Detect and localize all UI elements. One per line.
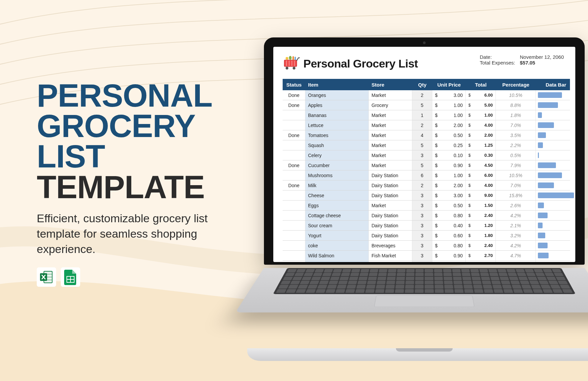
cell-store: Market [369, 150, 412, 160]
cell-qty: 1 [412, 110, 432, 120]
cell-item: Bananas [305, 110, 369, 120]
cell-unit-price: $1.00 [432, 100, 466, 110]
hero-headline: PERSONAL GROCERY LIST TEMPLATE [37, 80, 264, 202]
cell-qty: 2 [412, 180, 432, 190]
cell-unit-price: $0.40 [432, 221, 466, 230]
cell-item: Milk [305, 180, 369, 190]
cell-percentage: 4.2% [496, 241, 536, 250]
total-expenses-label: Total Expenses: [480, 60, 520, 66]
cell-total: $1.20 [466, 221, 496, 230]
cell-percentage: 15.8% [496, 190, 536, 200]
cell-qty: 3 [412, 190, 432, 200]
cell-qty: 3 [412, 201, 432, 210]
cell-store: Market [369, 110, 412, 120]
cell-percentage: 10.5% [496, 90, 536, 100]
table-row: CeleryMarket3$0.10$0.300.5% [283, 150, 570, 160]
cell-data-bar [536, 150, 575, 160]
cell-store: Dairy Station [369, 170, 412, 180]
headline-line-1: PERSONAL [37, 80, 264, 111]
cell-unit-price: $3.00 [432, 90, 466, 100]
cell-item: Yogurt [305, 231, 369, 240]
table-row: DoneAlaskan King Crab LegsFish Market1$2… [283, 261, 570, 262]
cell-data-bar [536, 140, 575, 150]
cell-status [283, 120, 305, 130]
cell-store: Dairy Station [369, 180, 412, 190]
cell-total: $1.00 [466, 110, 496, 120]
cell-unit-price: $0.60 [432, 231, 466, 240]
svg-rect-8 [284, 60, 297, 67]
cell-qty: 3 [412, 221, 432, 230]
cell-percentage: 1.8% [496, 110, 536, 120]
cell-store: Grocery [369, 100, 412, 110]
cell-data-bar [536, 261, 575, 262]
hero-copy: PERSONAL GROCERY LIST TEMPLATE Efficient… [37, 80, 264, 257]
excel-icon [37, 267, 56, 287]
table-row: LettuceMarket2$2.00$4.007.0% [283, 120, 570, 130]
cell-total: $4.50 [466, 160, 496, 170]
cell-total: $2.40 [466, 211, 496, 220]
cell-item: Tomatoes [305, 130, 369, 140]
cell-total: $4.00 [466, 120, 496, 130]
cell-qty: 3 [412, 150, 432, 160]
table-row: DoneTomatoesMarket4$0.50$2.003.5% [283, 130, 570, 140]
cell-store: Market [369, 140, 412, 150]
table-header: Status Item Store Qty Unit Price Total P… [283, 79, 570, 90]
cell-total: $2.00 [466, 261, 496, 262]
cell-unit-price: $0.80 [432, 241, 466, 250]
cell-total: $0.30 [466, 150, 496, 160]
table-row: EggsMarket3$0.50$1.502.6% [283, 201, 570, 211]
cell-data-bar [536, 201, 575, 210]
cell-total: $1.50 [466, 201, 496, 210]
cell-unit-price: $0.90 [432, 160, 466, 170]
cell-qty: 2 [412, 90, 432, 100]
cell-data-bar [536, 221, 575, 230]
cell-total: $2.70 [466, 251, 496, 260]
cell-status: Done [283, 130, 305, 140]
cell-status [283, 201, 305, 210]
cell-percentage: 4.2% [496, 211, 536, 220]
cell-unit-price: $0.80 [432, 211, 466, 220]
cell-status [283, 231, 305, 240]
cell-qty: 6 [412, 170, 432, 180]
svg-point-15 [293, 67, 295, 70]
cell-store: Dairy Station [369, 221, 412, 230]
cell-percentage: 2.2% [496, 140, 536, 150]
col-qty: Qty [412, 82, 432, 88]
cell-status [283, 211, 305, 220]
col-percentage: Percentage [496, 82, 536, 88]
cell-percentage: 2.6% [496, 201, 536, 210]
laptop-base [247, 348, 588, 361]
cell-store: Market [369, 90, 412, 100]
total-expenses-value: $57.05 [520, 60, 570, 66]
cell-total: $1.80 [466, 231, 496, 240]
col-unit-price: Unit Price [432, 82, 466, 88]
cell-percentage: 0.5% [496, 150, 536, 160]
table-row: YogurtDairy Station3$0.60$1.803.2% [283, 231, 570, 241]
cell-unit-price: $2.00 [432, 120, 466, 130]
cell-percentage: 3.2% [496, 231, 536, 240]
cell-total: $9.00 [466, 190, 496, 200]
cell-percentage: 8.8% [496, 100, 536, 110]
format-icons [37, 267, 80, 287]
table-row: Sour creamDairy Station3$0.40$1.202.1% [283, 221, 570, 231]
cell-store: Market [369, 120, 412, 130]
cell-qty: 3 [412, 251, 432, 260]
svg-rect-19 [295, 57, 296, 60]
laptop-keyboard [235, 268, 588, 312]
cell-data-bar [536, 120, 575, 130]
cell-item: Cucumber [305, 160, 369, 170]
cell-unit-price: $1.00 [432, 170, 466, 180]
cell-item: Lettuce [305, 120, 369, 130]
cell-data-bar [536, 190, 575, 200]
hero-subhead: Efficient, customizable grocery list tem… [37, 211, 251, 257]
cell-qty: 2 [412, 120, 432, 130]
cell-qty: 1 [412, 261, 432, 262]
cell-qty: 3 [412, 231, 432, 240]
table-row: DoneOrangesMarket2$3.00$6.0010.5% [283, 90, 570, 100]
table-row: MushroomsDairy Station6$1.00$6.0010.5% [283, 170, 570, 180]
cell-status: Done [283, 90, 305, 100]
camera-dot [423, 41, 426, 44]
table-row: DoneMilkDairy Station2$2.00$4.007.0% [283, 180, 570, 190]
cell-store: Market [369, 130, 412, 140]
cell-store: Dairy Station [369, 211, 412, 220]
